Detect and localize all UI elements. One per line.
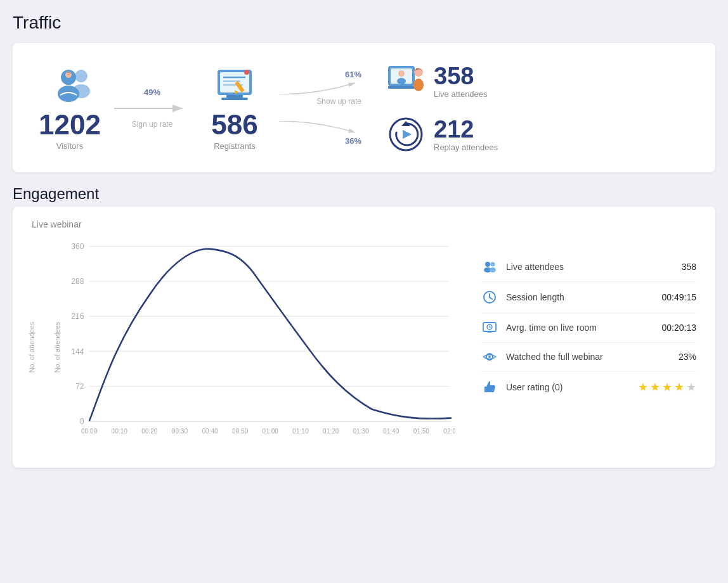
svg-text:144: 144 [71, 347, 84, 356]
replay-attendees-text: 212 Replay attendees [434, 117, 498, 152]
stat-avg-time: Avrg. time on live room 00:20:13 [481, 313, 696, 343]
svg-rect-8 [220, 72, 249, 93]
svg-text:01:50: 01:50 [413, 428, 430, 435]
svg-point-4 [65, 72, 72, 78]
svg-line-65 [490, 327, 491, 328]
showup-label: Show up rate [316, 97, 361, 106]
svg-text:0: 0 [80, 417, 84, 426]
signup-arrow-section: 49% Sign up rate [114, 87, 190, 129]
svg-text:02:00: 02:00 [443, 428, 455, 435]
chart-container: No. of attendees 360 288 216 144 72 0 [32, 240, 455, 455]
svg-text:00:50: 00:50 [232, 428, 249, 435]
registrants-value: 586 [211, 111, 257, 139]
live-attendees-icon [387, 62, 425, 100]
thumb-stat-icon [481, 380, 498, 394]
y-axis-label: No. of attendees [53, 322, 61, 373]
signup-label: Sign up rate [132, 120, 173, 129]
svg-point-57 [491, 262, 495, 267]
stat-watched-full: Watched the full webinar 23% [481, 343, 696, 371]
svg-text:00:20: 00:20 [141, 428, 158, 435]
people-icon-small [483, 261, 497, 272]
arrow1-svg [114, 99, 190, 117]
svg-point-55 [485, 262, 490, 267]
visitors-value: 1202 [39, 111, 101, 139]
stat-live-attendees: Live attendees 358 [481, 252, 696, 282]
replay-icon-wrap [387, 115, 425, 153]
live-attendees-stat-label: Live attendees [506, 262, 674, 272]
replay-value: 212 [434, 117, 498, 141]
svg-rect-23 [388, 86, 415, 89]
right-stats: 358 Live attendees [387, 62, 498, 153]
svg-text:00:00: 00:00 [81, 428, 98, 435]
registrants-label: Registrants [214, 141, 256, 151]
split-arrows: 61% Show up rate [279, 70, 361, 146]
attendance-chart: 360 288 216 144 72 0 00:00 00:10 00:20 0… [57, 240, 455, 455]
chart-area: No. of attendees 360 288 216 144 72 0 [32, 240, 455, 455]
stats-panel: Live attendees 358 Session length 00:49:… [481, 240, 696, 403]
svg-text:00:40: 00:40 [202, 428, 218, 435]
watched-full-label: Watched the full webinar [506, 352, 671, 362]
people-stat-icon [481, 261, 498, 272]
svg-point-24 [414, 68, 423, 77]
live-attendee-icon [387, 65, 425, 98]
traffic-flow: 1202 Visitors 49% Sign up rate [38, 62, 690, 153]
eye-icon [483, 352, 497, 362]
star-rating: ★ ★ ★ ★ ★ [638, 380, 696, 394]
svg-text:360: 360 [71, 242, 84, 251]
svg-point-3 [58, 86, 79, 102]
svg-point-22 [397, 78, 406, 84]
live-arrow-section: 61% Show up rate [279, 70, 361, 106]
replay-label: Replay attendees [434, 143, 498, 152]
svg-marker-28 [403, 130, 412, 139]
avg-time-label: Avrg. time on live room [506, 323, 654, 333]
svg-point-68 [488, 356, 491, 358]
replay-arrow-section: 36% [279, 121, 361, 146]
signup-rate: 49% Sign up rate [114, 87, 190, 129]
replay-pct: 36% [341, 136, 361, 146]
star-3: ★ [662, 380, 672, 394]
screen-stat-icon [481, 322, 498, 333]
live-pct: 61% [341, 70, 361, 79]
star-5: ★ [686, 380, 696, 394]
registrants-icon [215, 67, 254, 104]
svg-text:01:10: 01:10 [292, 428, 309, 435]
live-value: 358 [434, 64, 488, 88]
live-webinar-subtitle: Live webinar [32, 219, 696, 229]
svg-text:216: 216 [71, 312, 84, 321]
star-2: ★ [650, 380, 660, 394]
live-attendees-stat-value: 358 [682, 262, 696, 272]
registrants-icon-wrap [215, 65, 254, 106]
replay-arrow-svg [279, 121, 361, 135]
svg-text:01:30: 01:30 [353, 428, 369, 435]
svg-text:01:40: 01:40 [383, 428, 400, 435]
registrants-stat: 586 Registrants [203, 65, 266, 151]
session-length-value: 00:49:15 [662, 292, 697, 302]
clock-icon [483, 291, 496, 304]
thumbs-up-icon [483, 380, 497, 394]
user-rating-label: User rating (0) [506, 382, 630, 392]
traffic-card: 1202 Visitors 49% Sign up rate [13, 43, 715, 172]
watched-full-value: 23% [679, 352, 696, 362]
replay-icon [389, 117, 423, 151]
page-title: Traffic [13, 13, 715, 33]
session-length-label: Session length [506, 292, 654, 302]
svg-text:01:00: 01:00 [263, 428, 279, 435]
avg-time-value: 00:20:13 [662, 323, 697, 333]
replay-attendees-row: 212 Replay attendees [387, 115, 498, 153]
svg-text:00:30: 00:30 [172, 428, 188, 435]
chart-y-label: No. of attendees [28, 322, 36, 373]
star-4: ★ [674, 380, 684, 394]
star-1: ★ [638, 380, 648, 394]
people-icon [46, 67, 94, 104]
svg-point-14 [244, 70, 249, 75]
stat-user-rating: User rating (0) ★ ★ ★ ★ ★ [481, 371, 696, 403]
svg-rect-15 [226, 95, 243, 98]
screen-clock-icon [483, 322, 497, 333]
svg-point-0 [75, 70, 88, 82]
svg-point-25 [413, 79, 424, 91]
svg-text:288: 288 [71, 277, 84, 286]
live-attendees-row: 358 Live attendees [387, 62, 498, 100]
visitors-label: Visitors [56, 141, 83, 151]
svg-text:72: 72 [75, 382, 84, 391]
visitors-icon-wrap [46, 65, 94, 106]
